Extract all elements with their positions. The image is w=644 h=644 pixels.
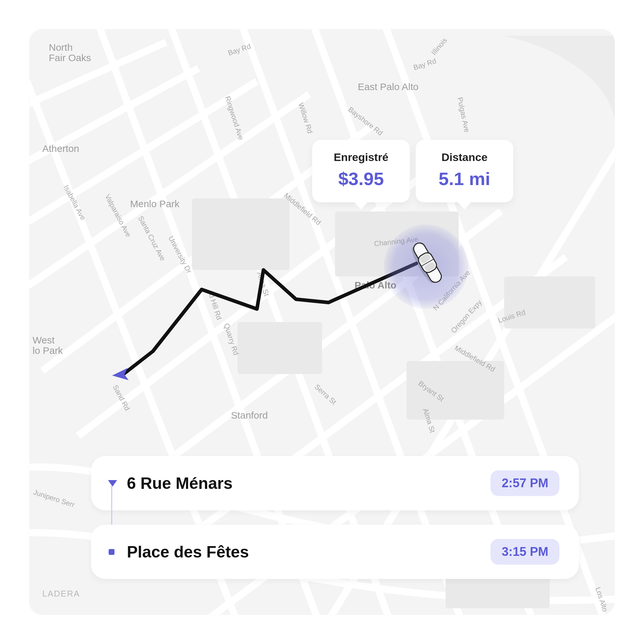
map-place-ladera: LADERA	[42, 589, 80, 599]
map-place-north-fair-oaks: North Fair Oaks	[49, 42, 91, 63]
svg-rect-5	[504, 276, 595, 329]
stat-distance-value: 5.1 mi	[432, 168, 497, 189]
stop-end[interactable]: Place des Fêtes 3:15 PM	[91, 525, 579, 579]
map-place-west-menlo-park: West lo Park	[33, 335, 63, 356]
trip-stats: Enregistré $3.95 Distance 5.1 mi	[312, 140, 513, 202]
trip-stops: 6 Rue Ménars 2:57 PM Place des Fêtes 3:1…	[91, 456, 579, 579]
ride-map-card: North Fair Oaks Atherton Menlo Park East…	[29, 29, 615, 615]
stat-saved-label: Enregistré	[329, 151, 394, 164]
svg-rect-1	[192, 198, 289, 270]
stop-start[interactable]: 6 Rue Ménars 2:57 PM	[91, 456, 579, 510]
stat-distance: Distance 5.1 mi	[416, 140, 513, 202]
stat-saved-value: $3.95	[329, 168, 394, 189]
start-marker-icon	[108, 480, 117, 487]
stop-start-name: 6 Rue Ménars	[127, 474, 233, 493]
map-place-atherton: Atherton	[42, 143, 79, 154]
svg-rect-3	[237, 322, 322, 374]
stop-end-name: Place des Fêtes	[127, 543, 249, 561]
map-place-menlo-park: Menlo Park	[130, 198, 180, 209]
stop-end-time: 3:15 PM	[490, 539, 559, 565]
stat-distance-label: Distance	[432, 151, 497, 164]
map-place-east-palo-alto: East Palo Alto	[358, 81, 419, 92]
stat-saved: Enregistré $3.95	[312, 140, 410, 202]
map-place-stanford: Stanford	[231, 410, 268, 421]
end-marker-icon	[109, 549, 114, 555]
stop-start-time: 2:57 PM	[490, 470, 559, 496]
